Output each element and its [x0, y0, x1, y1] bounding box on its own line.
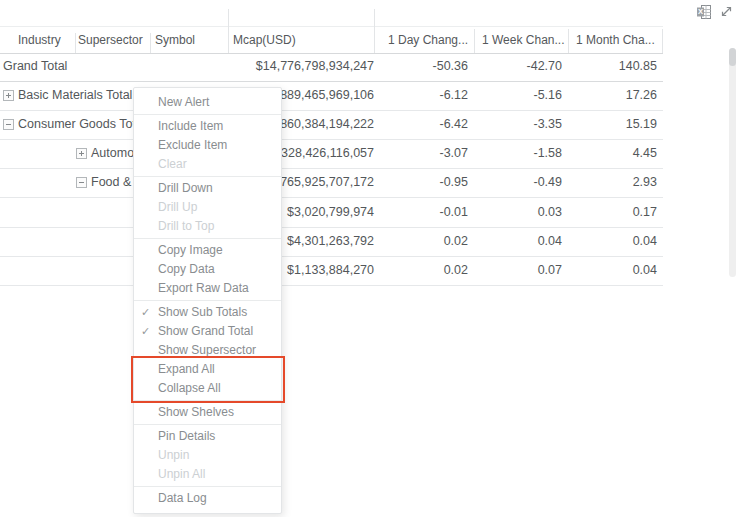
maximize-icon[interactable]	[719, 4, 735, 20]
column-separator	[150, 33, 151, 53]
week-change-cell: -3.35	[474, 110, 562, 139]
day-change-cell: -6.12	[374, 81, 468, 110]
context-menu: New AlertInclude ItemExclude ItemClearDr…	[133, 87, 282, 514]
table-row[interactable]: $3,020,799,974-0.010.030.17	[0, 198, 663, 228]
month-change-cell: 0.04	[568, 256, 657, 285]
day-change-cell: -0.95	[374, 168, 468, 197]
month-change-cell: 4.45	[568, 139, 657, 168]
menu-item-label: Clear	[158, 157, 187, 171]
svg-text:X: X	[698, 7, 703, 16]
menu-item-label: Export Raw Data	[158, 281, 249, 295]
table-header-row: IndustrySupersectorSymbolMcap(USD)1 Day …	[0, 26, 663, 54]
day-change-cell: -0.01	[374, 198, 468, 227]
day-change-cell: -3.07	[374, 139, 468, 168]
menu-item-include-item[interactable]: Include Item	[134, 117, 281, 136]
menu-item-label: Drill to Top	[158, 219, 214, 233]
menu-item-unpin-all: Unpin All	[134, 465, 281, 484]
column-header[interactable]: Mcap(USD)	[233, 27, 373, 53]
pivot-table-panel: X IndustrySupersectorSymbolMcap(USD)1 Da…	[0, 0, 743, 517]
menu-item-drill-up: Drill Up	[134, 198, 281, 217]
menu-item-label: Include Item	[158, 119, 223, 133]
menu-item-collapse-all[interactable]: Collapse All	[134, 379, 281, 398]
week-change-cell: -5.16	[474, 81, 562, 110]
checkmark-icon: ✓	[141, 303, 155, 322]
row-label: Grand Total	[3, 52, 67, 81]
menu-item-show-sub-totals[interactable]: ✓Show Sub Totals	[134, 303, 281, 322]
week-change-cell: 0.03	[474, 198, 562, 227]
day-change-cell: -6.42	[374, 110, 468, 139]
table-row[interactable]: $1,133,884,2700.020.070.04	[0, 256, 663, 286]
month-change-cell: 15.19	[568, 110, 657, 139]
column-header[interactable]: Symbol	[155, 27, 225, 53]
menu-separator	[134, 114, 281, 115]
menu-separator	[134, 300, 281, 301]
vertical-scrollbar[interactable]	[729, 48, 736, 277]
mcap-cell: $14,776,798,934,247	[228, 52, 374, 81]
menu-separator	[134, 424, 281, 425]
menu-item-expand-all[interactable]: Expand All	[134, 360, 281, 379]
menu-item-copy-image[interactable]: Copy Image	[134, 241, 281, 260]
column-separator	[474, 29, 475, 53]
column-header[interactable]: 1 Day Chang...	[388, 27, 472, 53]
menu-item-label: Unpin All	[158, 467, 205, 481]
scrollbar-thumb[interactable]	[729, 48, 736, 66]
table-row[interactable]: Consumer Goods Total$1,860,384,194,222-6…	[0, 110, 663, 140]
menu-item-show-supersector[interactable]: Show Supersector	[134, 341, 281, 360]
menu-item-label: Expand All	[158, 362, 215, 376]
column-header[interactable]: 1 Month Cha...	[576, 27, 661, 53]
table-row[interactable]: Basic Materials Total$889,465,969,106-6.…	[0, 81, 663, 111]
table-row[interactable]: Automo$328,426,116,057-3.07-1.584.45	[0, 139, 663, 169]
menu-item-pin-details[interactable]: Pin Details	[134, 427, 281, 446]
menu-item-drill-down[interactable]: Drill Down	[134, 179, 281, 198]
expand-icon[interactable]	[76, 148, 87, 159]
menu-item-clear: Clear	[134, 155, 281, 174]
menu-item-copy-data[interactable]: Copy Data	[134, 260, 281, 279]
excel-export-icon[interactable]: X	[696, 4, 712, 20]
menu-item-new-alert[interactable]: New Alert	[134, 93, 281, 112]
table-row[interactable]: Food & B$765,925,707,172-0.95-0.492.93	[0, 168, 663, 198]
month-change-cell: 0.04	[568, 227, 657, 256]
menu-item-label: Pin Details	[158, 429, 215, 443]
menu-item-label: Drill Down	[158, 181, 213, 195]
menu-separator	[134, 176, 281, 177]
menu-item-data-log[interactable]: Data Log	[134, 489, 281, 508]
collapse-icon[interactable]	[76, 177, 87, 188]
column-separator	[374, 9, 375, 53]
month-change-cell: 17.26	[568, 81, 657, 110]
menu-item-label: Show Shelves	[158, 405, 234, 419]
menu-separator	[134, 400, 281, 401]
menu-item-label: Collapse All	[158, 381, 221, 395]
column-separator	[568, 29, 569, 53]
menu-item-label: Unpin	[158, 448, 189, 462]
month-change-cell: 0.17	[568, 198, 657, 227]
menu-item-label: Copy Data	[158, 262, 215, 276]
menu-item-label: Copy Image	[158, 243, 223, 257]
table-row[interactable]: $4,301,263,7920.020.040.04	[0, 227, 663, 257]
row-label: Automo	[91, 139, 134, 168]
checkmark-icon: ✓	[141, 322, 155, 341]
collapse-icon[interactable]	[3, 119, 14, 130]
row-label: Consumer Goods Total	[18, 110, 146, 139]
menu-item-show-grand-total[interactable]: ✓Show Grand Total	[134, 322, 281, 341]
menu-item-show-shelves[interactable]: Show Shelves	[134, 403, 281, 422]
column-header[interactable]: 1 Week Chan...	[482, 27, 566, 53]
column-header[interactable]: Supersector	[78, 27, 148, 53]
menu-item-label: Show Supersector	[158, 343, 256, 357]
expand-icon[interactable]	[3, 90, 14, 101]
menu-item-exclude-item[interactable]: Exclude Item	[134, 136, 281, 155]
menu-item-label: Data Log	[158, 491, 207, 505]
menu-item-label: New Alert	[158, 95, 209, 109]
column-header[interactable]: Industry	[18, 27, 74, 53]
week-change-cell: -42.70	[474, 52, 562, 81]
week-change-cell: 0.04	[474, 227, 562, 256]
month-change-cell: 140.85	[568, 52, 657, 81]
table-row[interactable]: Grand Total$14,776,798,934,247-50.36-42.…	[0, 52, 663, 82]
menu-item-drill-to-top: Drill to Top	[134, 217, 281, 236]
week-change-cell: -0.49	[474, 168, 562, 197]
menu-item-export-raw-data[interactable]: Export Raw Data	[134, 279, 281, 298]
menu-separator	[134, 238, 281, 239]
day-change-cell: -50.36	[374, 52, 468, 81]
month-change-cell: 2.93	[568, 168, 657, 197]
column-separator	[228, 9, 229, 53]
menu-item-unpin: Unpin	[134, 446, 281, 465]
